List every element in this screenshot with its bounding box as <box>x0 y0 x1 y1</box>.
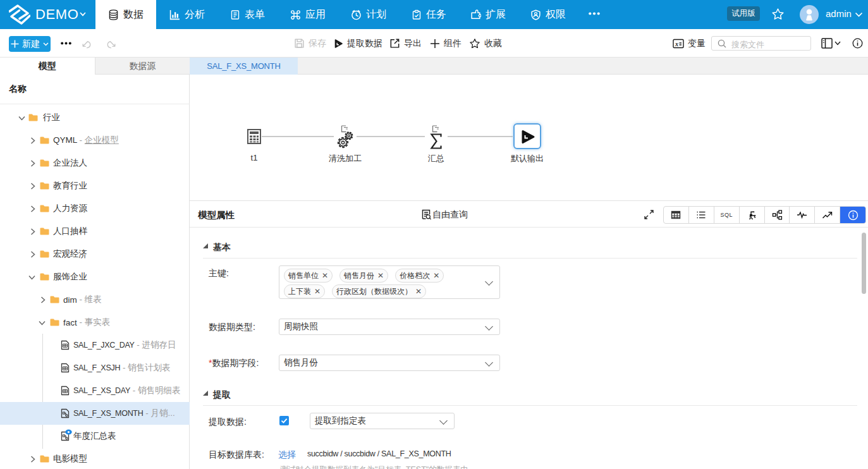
svg-text:x: x <box>675 40 678 47</box>
